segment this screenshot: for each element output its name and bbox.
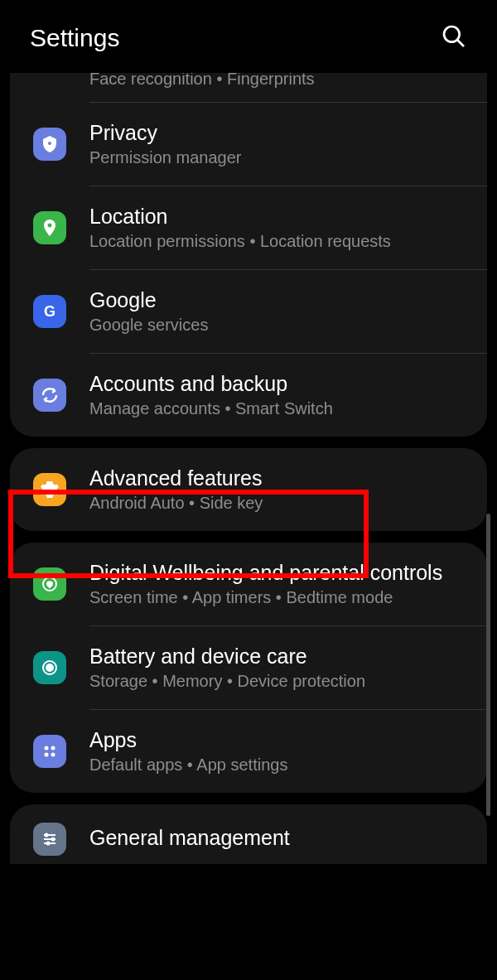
settings-item-apps[interactable]: Apps Default apps • App settings bbox=[10, 710, 487, 793]
location-pin-icon bbox=[33, 211, 66, 244]
item-content: Battery and device care Storage • Memory… bbox=[89, 644, 470, 691]
sync-icon bbox=[33, 379, 66, 412]
item-subtitle: Permission manager bbox=[89, 148, 470, 167]
item-content: Accounts and backup Manage accounts • Sm… bbox=[89, 372, 470, 418]
svg-point-2 bbox=[48, 142, 51, 145]
settings-group-advanced: Advanced features Android Auto • Side ke… bbox=[10, 448, 487, 531]
privacy-shield-icon bbox=[33, 128, 66, 161]
item-content: Advanced features Android Auto • Side ke… bbox=[89, 466, 470, 513]
item-content: General management bbox=[89, 826, 470, 853]
apps-grid-icon bbox=[33, 735, 66, 768]
item-title: Battery and device care bbox=[89, 644, 470, 669]
svg-point-9 bbox=[45, 753, 49, 757]
svg-point-0 bbox=[444, 27, 460, 42]
svg-line-1 bbox=[457, 40, 464, 46]
settings-item-accounts[interactable]: Accounts and backup Manage accounts • Sm… bbox=[10, 354, 487, 437]
item-title: Advanced features bbox=[89, 466, 470, 490]
item-subtitle: Google services bbox=[89, 316, 470, 335]
item-subtitle: Android Auto • Side key bbox=[89, 494, 470, 513]
settings-item-advanced-features[interactable]: Advanced features Android Auto • Side ke… bbox=[10, 448, 487, 531]
item-title: Digital Wellbeing and parental controls bbox=[89, 561, 470, 585]
svg-point-16 bbox=[47, 842, 50, 845]
scroll-indicator[interactable] bbox=[486, 514, 490, 816]
settings-group-2: Digital Wellbeing and parental controls … bbox=[10, 543, 487, 793]
item-content: Location Location permissions • Location… bbox=[89, 205, 470, 251]
item-title: Apps bbox=[89, 728, 470, 752]
settings-group-1: Face recognition • Fingerprints Privacy … bbox=[10, 73, 487, 437]
item-title: Privacy bbox=[89, 121, 470, 145]
item-title: Location bbox=[89, 205, 470, 229]
settings-header: Settings bbox=[0, 0, 497, 73]
device-care-icon bbox=[33, 651, 66, 684]
item-subtitle: Screen time • App timers • Bedtime mode bbox=[89, 588, 470, 607]
svg-point-7 bbox=[45, 746, 49, 751]
settings-item-general[interactable]: General management bbox=[10, 804, 487, 864]
item-subtitle: Default apps • App settings bbox=[89, 756, 470, 775]
item-content: Apps Default apps • App settings bbox=[89, 728, 470, 775]
item-subtitle: Location permissions • Location requests bbox=[89, 232, 470, 251]
item-title: Google bbox=[89, 288, 470, 312]
item-subtitle: Manage accounts • Smart Switch bbox=[89, 399, 470, 418]
wellbeing-heart-icon bbox=[33, 567, 66, 601]
settings-item-battery[interactable]: Battery and device care Storage • Memory… bbox=[10, 626, 487, 709]
svg-point-10 bbox=[51, 753, 55, 757]
item-content: Google Google services bbox=[89, 288, 470, 335]
sliders-icon bbox=[33, 823, 66, 856]
settings-item-wellbeing[interactable]: Digital Wellbeing and parental controls … bbox=[10, 543, 487, 625]
settings-item-privacy[interactable]: Privacy Permission manager bbox=[10, 103, 487, 186]
item-content: Privacy Permission manager bbox=[89, 121, 470, 167]
item-content: Digital Wellbeing and parental controls … bbox=[89, 561, 470, 607]
settings-item-location[interactable]: Location Location permissions • Location… bbox=[10, 186, 487, 269]
page-title: Settings bbox=[30, 24, 119, 52]
google-g-icon: G bbox=[33, 295, 66, 328]
settings-group-3: General management bbox=[10, 804, 487, 864]
svg-point-6 bbox=[46, 664, 53, 671]
svg-text:G: G bbox=[44, 303, 55, 320]
item-subtitle: Storage • Memory • Device protection bbox=[89, 672, 470, 691]
advanced-gear-icon bbox=[33, 473, 66, 506]
settings-item-google[interactable]: G Google Google services bbox=[10, 270, 487, 353]
svg-point-14 bbox=[46, 834, 48, 837]
item-title: General management bbox=[89, 826, 470, 850]
search-icon[interactable] bbox=[441, 23, 467, 53]
truncated-item: Face recognition • Fingerprints bbox=[10, 73, 487, 102]
item-title: Accounts and backup bbox=[89, 372, 470, 396]
svg-point-8 bbox=[51, 746, 55, 751]
svg-point-15 bbox=[52, 838, 55, 841]
